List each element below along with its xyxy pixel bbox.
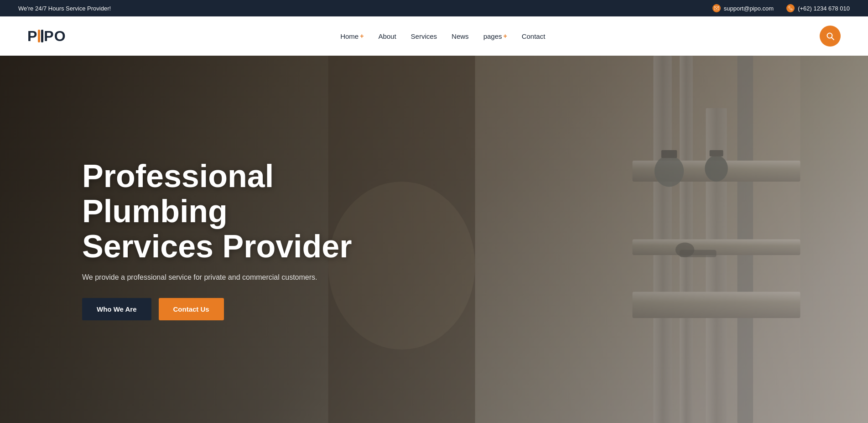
email-icon	[712, 4, 721, 12]
hero-cta-buttons: Who We Are Contact Us	[82, 298, 352, 320]
site-logo[interactable]: P PO	[27, 28, 66, 45]
nav-item-home[interactable]: Home +	[340, 32, 364, 40]
nav-item-pages[interactable]: pages +	[483, 32, 507, 40]
nav-link-contact[interactable]: Contact	[522, 32, 546, 40]
hero-section: Professional Plumbing Services Provider …	[0, 56, 868, 423]
search-icon	[826, 32, 834, 40]
search-button[interactable]	[820, 26, 841, 47]
svg-line-2	[832, 38, 834, 40]
hero-subtitle: We provide a professional service for pr…	[82, 273, 352, 282]
logo-p: P	[27, 28, 37, 45]
main-navbar: P PO Home + About Services News pages +	[0, 16, 868, 56]
nav-link-news[interactable]: News	[452, 32, 469, 40]
nav-link-pages[interactable]: pages +	[483, 32, 507, 40]
top-bar: We're 24/7 Hours Service Provider! suppo…	[0, 0, 868, 16]
phone-number: (+62) 1234 678 010	[798, 5, 850, 12]
nav-item-contact[interactable]: Contact	[522, 32, 546, 40]
nav-links: Home + About Services News pages + Conta…	[340, 32, 545, 40]
who-we-are-button[interactable]: Who We Are	[82, 298, 151, 320]
nav-item-news[interactable]: News	[452, 32, 469, 40]
phone-contact: (+62) 1234 678 010	[786, 4, 850, 12]
hero-title: Professional Plumbing Services Provider	[82, 159, 352, 264]
nav-link-services[interactable]: Services	[411, 32, 437, 40]
contact-us-button[interactable]: Contact Us	[159, 298, 224, 320]
nav-link-home[interactable]: Home +	[340, 32, 364, 40]
nav-pages-plus: +	[504, 32, 507, 40]
logo-po: PO	[44, 28, 66, 45]
email-contact: support@pipo.com	[712, 4, 774, 12]
top-bar-announcement: We're 24/7 Hours Service Provider!	[18, 5, 111, 12]
top-bar-contacts: support@pipo.com (+62) 1234 678 010	[712, 4, 850, 12]
hero-content: Professional Plumbing Services Provider …	[82, 159, 352, 320]
phone-icon	[786, 4, 795, 12]
nav-link-about[interactable]: About	[378, 32, 396, 40]
nav-item-about[interactable]: About	[378, 32, 396, 40]
nav-item-services[interactable]: Services	[411, 32, 437, 40]
email-address: support@pipo.com	[724, 5, 774, 12]
logo-pipes-icon	[38, 30, 43, 42]
nav-home-plus: +	[360, 32, 364, 40]
